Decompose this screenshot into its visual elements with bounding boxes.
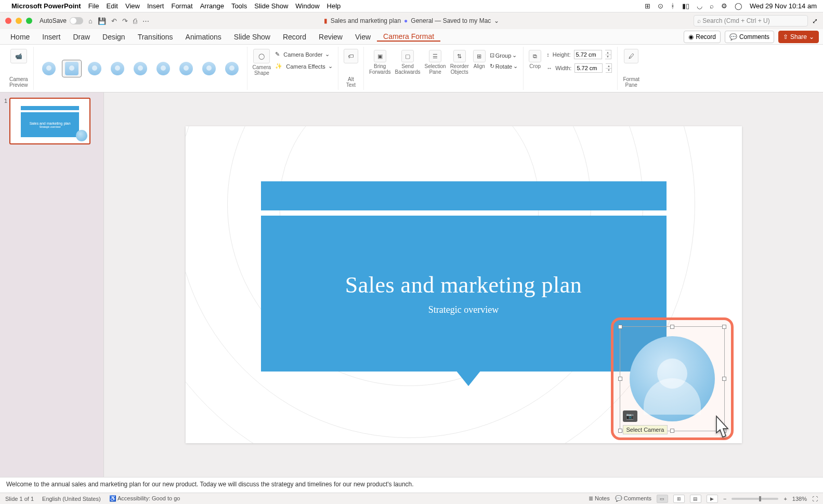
view-sorter[interactable]: ⊞	[673, 495, 685, 503]
fit-to-window[interactable]: ⛶	[812, 496, 818, 502]
resize-handle-tc[interactable]	[670, 325, 674, 329]
status-language[interactable]: English (United States)	[42, 496, 101, 502]
menu-window[interactable]: Window	[295, 2, 319, 10]
menu-file[interactable]: File	[88, 2, 99, 10]
zoom-window[interactable]	[26, 18, 32, 24]
status-accessibility[interactable]: ♿ Accessibility: Good to go	[109, 495, 180, 502]
height-input[interactable]	[574, 50, 602, 59]
redo-icon[interactable]: ↷	[122, 17, 128, 25]
tray-icon[interactable]: ⊞	[645, 2, 650, 10]
resize-handle-bl[interactable]	[618, 429, 622, 433]
slide-canvas[interactable]: Sales and marketing plan Strategic overv…	[186, 126, 742, 443]
tab-slideshow[interactable]: Slide Show	[228, 33, 277, 41]
share-button[interactable]: ⇧Share⌄	[778, 31, 819, 43]
doc-title[interactable]: Sales and marketing plan	[331, 17, 401, 24]
align-button[interactable]: ⊞	[473, 50, 486, 62]
send-backward-button[interactable]: ▢	[401, 50, 414, 62]
view-normal[interactable]: ▭	[657, 495, 668, 503]
camera-style-2[interactable]	[62, 60, 82, 77]
doc-channel[interactable]: General — Saved to my Mac	[411, 17, 491, 24]
slide-body-box[interactable]: Sales and marketing plan Strategic overv…	[261, 216, 667, 372]
spotlight-icon[interactable]: ⌕	[710, 2, 714, 10]
camera-style-3[interactable]	[85, 60, 104, 77]
zoom-value[interactable]: 138%	[792, 496, 807, 502]
wifi-icon[interactable]: ◡	[697, 2, 702, 10]
record-button[interactable]: ◉Record	[684, 31, 721, 43]
width-input[interactable]	[574, 63, 603, 73]
tab-camera-format[interactable]: Camera Format	[377, 32, 440, 42]
resize-handle-tl[interactable]	[618, 325, 622, 329]
resize-handle-mr[interactable]	[722, 377, 726, 381]
zoom-in[interactable]: +	[783, 496, 787, 502]
tab-design[interactable]: Design	[96, 33, 132, 41]
resize-handle-tr[interactable]	[722, 325, 726, 329]
reorder-objects-button[interactable]: ⇅	[453, 50, 466, 62]
tab-view[interactable]: View	[349, 33, 377, 41]
chevron-down-icon[interactable]: ⌄	[494, 17, 499, 24]
camera-style-9[interactable]	[222, 60, 242, 77]
menu-edit[interactable]: Edit	[107, 2, 118, 10]
camera-style-7[interactable]	[176, 60, 196, 77]
view-reading[interactable]: ▤	[690, 495, 701, 503]
minimize-window[interactable]	[16, 18, 22, 24]
camera-shape-button[interactable]: ◯	[253, 49, 270, 63]
close-window[interactable]	[5, 18, 11, 24]
siri-icon[interactable]: ◯	[735, 2, 742, 10]
menu-slideshow[interactable]: Slide Show	[254, 2, 288, 10]
tab-animations[interactable]: Animations	[179, 33, 228, 41]
menu-datetime[interactable]: Wed 29 Nov 10:14 am	[750, 2, 817, 10]
zoom-out[interactable]: −	[723, 496, 726, 502]
tab-transitions[interactable]: Transitions	[132, 33, 179, 41]
status-slide[interactable]: Slide 1 of 1	[5, 496, 34, 502]
app-name[interactable]: Microsoft PowerPoint	[11, 2, 81, 10]
slide-title-strip[interactable]	[261, 181, 667, 210]
tab-draw[interactable]: Draw	[67, 33, 96, 41]
control-center-icon[interactable]: ⚙	[721, 2, 727, 10]
bluetooth-icon[interactable]: ᚼ	[671, 2, 675, 10]
tab-review[interactable]: Review	[312, 33, 349, 41]
tab-home[interactable]: Home	[4, 33, 36, 41]
rotate-dropdown[interactable]: ↻ Rotate ⌄	[490, 63, 518, 70]
width-stepper[interactable]: ▲▼	[606, 63, 612, 73]
print-icon[interactable]: ⎙	[133, 17, 137, 25]
crop-button[interactable]: ⧉	[529, 50, 541, 62]
group-dropdown[interactable]: ⊡ Group ⌄	[490, 52, 518, 59]
comments-button[interactable]: 💬Comments	[725, 31, 774, 43]
menu-format[interactable]: Format	[171, 2, 192, 10]
cameo-camera-icon[interactable]: 📷	[623, 410, 637, 422]
alt-text-button[interactable]: 🏷	[344, 49, 358, 63]
menu-insert[interactable]: Insert	[147, 2, 164, 10]
selection-pane-button[interactable]: ☰	[429, 50, 441, 62]
camera-style-5[interactable]	[130, 60, 150, 77]
menu-tools[interactable]: Tools	[231, 2, 247, 10]
search-input[interactable]: ⌕ Search (Cmd + Ctrl + U)	[694, 15, 808, 26]
status-notes-button[interactable]: ≣ Notes	[589, 495, 610, 502]
undo-icon[interactable]: ↶	[111, 17, 117, 25]
camera-preview-icon[interactable]: 📹	[10, 49, 27, 63]
menu-view[interactable]: View	[125, 2, 140, 10]
resize-handle-ml[interactable]	[618, 377, 622, 381]
autosave-toggle[interactable]	[70, 17, 83, 24]
height-stepper[interactable]: ▲▼	[605, 50, 611, 59]
tab-record[interactable]: Record	[277, 33, 312, 41]
tab-insert[interactable]: Insert	[36, 33, 67, 41]
resize-handle-bc[interactable]	[670, 429, 674, 433]
camera-border-dropdown[interactable]: ✎ Camera Border ⌄	[275, 51, 333, 58]
menu-help[interactable]: Help	[327, 2, 341, 10]
expand-ribbon-icon[interactable]: ⤢	[812, 17, 818, 25]
camera-style-4[interactable]	[108, 60, 127, 77]
format-pane-button[interactable]: 🖊	[624, 49, 638, 63]
play-icon[interactable]: ⊙	[658, 2, 663, 10]
thumbnail-slide-1[interactable]: Sales and marketing plan Strategic overv…	[9, 98, 90, 144]
camera-style-8[interactable]	[199, 60, 219, 77]
zoom-slider[interactable]	[731, 498, 778, 500]
camera-style-6[interactable]	[153, 60, 173, 77]
bring-forward-button[interactable]: ▣	[374, 50, 386, 62]
cameo-placeholder[interactable]	[630, 336, 715, 421]
notes-pane[interactable]: Welcome to the annual sales and marketin…	[0, 477, 823, 493]
save-icon[interactable]: 💾	[98, 17, 106, 25]
camera-effects-dropdown[interactable]: ✨ Camera Effects ⌄	[275, 63, 333, 70]
battery-icon[interactable]: ▮▯	[682, 2, 689, 10]
view-slideshow[interactable]: ▶	[707, 495, 718, 503]
camera-style-1[interactable]	[39, 60, 59, 77]
